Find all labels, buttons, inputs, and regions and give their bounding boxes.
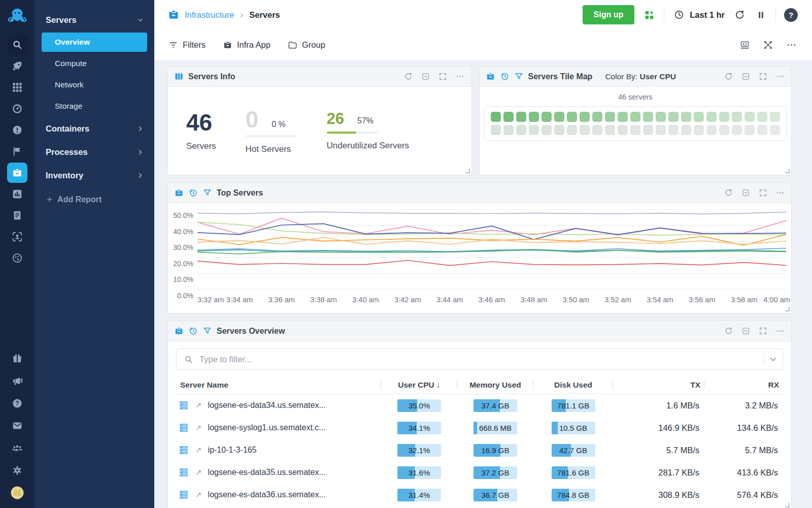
megaphone-icon[interactable] bbox=[7, 371, 27, 391]
server-tile[interactable] bbox=[757, 125, 767, 135]
sidebar-item-network[interactable]: Network bbox=[42, 75, 147, 94]
server-tile[interactable] bbox=[491, 125, 501, 135]
sidebar-item-compute[interactable]: Compute bbox=[42, 54, 147, 73]
server-tile[interactable] bbox=[516, 125, 526, 135]
alert-icon[interactable] bbox=[7, 120, 27, 140]
search-icon[interactable] bbox=[7, 35, 27, 55]
sidebar-section-containers[interactable]: Containers bbox=[35, 117, 154, 140]
server-tile[interactable] bbox=[681, 112, 691, 122]
pause-icon[interactable] bbox=[754, 8, 767, 21]
server-tile[interactable] bbox=[770, 112, 780, 122]
panel-more-icon[interactable] bbox=[775, 188, 785, 198]
server-tile[interactable] bbox=[529, 125, 539, 135]
sign-up-button[interactable]: Sign up bbox=[583, 5, 635, 24]
chevron-down-icon[interactable] bbox=[768, 355, 777, 364]
server-tile[interactable] bbox=[681, 125, 691, 135]
dashboard-gauge-icon[interactable] bbox=[7, 99, 27, 119]
server-tile[interactable] bbox=[567, 112, 577, 122]
team-icon[interactable] bbox=[7, 438, 27, 458]
open-external-icon[interactable]: ↗ bbox=[195, 490, 202, 499]
panel-expand-icon[interactable] bbox=[758, 326, 768, 336]
panel-more-icon[interactable] bbox=[775, 326, 785, 336]
panel-collapse-icon[interactable] bbox=[740, 188, 751, 198]
help-icon[interactable]: ? bbox=[7, 393, 27, 414]
column-header-memory-used[interactable]: Memory Used bbox=[457, 380, 533, 390]
server-name[interactable]: logsene-es-data34.us.sematex... bbox=[208, 401, 326, 410]
rocket-icon[interactable] bbox=[7, 56, 27, 76]
server-tile[interactable] bbox=[542, 125, 552, 135]
group-button[interactable]: Group bbox=[288, 40, 325, 50]
flag-icon[interactable] bbox=[7, 141, 27, 162]
column-header-rx[interactable]: RX bbox=[704, 380, 783, 390]
open-external-icon[interactable]: ↗ bbox=[195, 468, 202, 477]
panel-refresh-icon[interactable] bbox=[723, 188, 733, 198]
table-row[interactable]: ↗ logsene-es-data36.us.sematex... 31.4% … bbox=[176, 484, 783, 506]
server-tile[interactable] bbox=[491, 112, 501, 122]
server-tile[interactable] bbox=[732, 125, 742, 135]
gift-icon[interactable] bbox=[7, 348, 27, 369]
infrastructure-box-icon[interactable] bbox=[7, 163, 27, 183]
history-clock-icon[interactable] bbox=[500, 72, 510, 81]
server-name[interactable]: logsene-syslog1.us.sematext.c... bbox=[208, 423, 326, 432]
funnel-icon[interactable] bbox=[514, 72, 524, 81]
server-tile[interactable] bbox=[694, 112, 704, 122]
column-header-disk-used[interactable]: Disk Used bbox=[533, 380, 613, 390]
table-row[interactable]: ↗ logsene-es-data34.us.sematex... 35.0% … bbox=[176, 394, 783, 417]
breadcrumb-infrastructure[interactable]: Infrastructure bbox=[185, 10, 234, 20]
server-tile[interactable] bbox=[719, 112, 729, 122]
server-tile[interactable] bbox=[706, 125, 717, 135]
panel-collapse-icon[interactable] bbox=[421, 72, 431, 82]
mail-icon[interactable] bbox=[7, 416, 27, 436]
laptop-code-icon[interactable] bbox=[738, 38, 751, 51]
grid-plus-icon[interactable] bbox=[642, 8, 656, 21]
server-tile[interactable] bbox=[529, 112, 539, 122]
filters-button[interactable]: Filters bbox=[168, 40, 206, 50]
sidebar-section-processes[interactable]: Processes bbox=[35, 140, 154, 164]
server-tile[interactable] bbox=[706, 112, 717, 122]
server-name[interactable]: logsene-es-data36.us.sematex... bbox=[208, 490, 326, 499]
fullscreen-arrows-icon[interactable] bbox=[761, 38, 774, 51]
table-row[interactable]: ↗ logsene-es-data35.us.sematex... 31.6% … bbox=[176, 461, 783, 484]
server-tile[interactable] bbox=[643, 112, 653, 122]
open-external-icon[interactable]: ↗ bbox=[195, 423, 202, 432]
server-tile[interactable] bbox=[618, 112, 628, 122]
color-by[interactable]: Color By: User CPU bbox=[605, 72, 676, 81]
column-header-user-cpu[interactable]: User CPU ↓ bbox=[381, 380, 457, 390]
server-tile[interactable] bbox=[605, 125, 615, 135]
panel-collapse-icon[interactable] bbox=[740, 72, 751, 82]
help-icon[interactable]: ? bbox=[784, 8, 798, 22]
time-range-picker[interactable]: Last 1 hr bbox=[672, 8, 725, 21]
infra-app-button[interactable]: Infra App bbox=[223, 40, 270, 50]
panel-expand-icon[interactable] bbox=[438, 72, 448, 82]
funnel-icon[interactable] bbox=[202, 188, 212, 198]
refresh-icon[interactable] bbox=[733, 8, 746, 21]
table-row[interactable]: ↗ logsene-syslog1.us.sematext.c... 34.1%… bbox=[176, 417, 783, 439]
add-report-button[interactable]: + Add Report bbox=[35, 187, 154, 205]
server-tile[interactable] bbox=[656, 112, 666, 122]
report-doc-icon[interactable] bbox=[7, 205, 27, 226]
filter-input[interactable] bbox=[193, 355, 764, 364]
server-tile[interactable] bbox=[503, 125, 514, 135]
server-tile[interactable] bbox=[656, 125, 666, 135]
server-tile[interactable] bbox=[668, 125, 679, 135]
server-tile[interactable] bbox=[580, 125, 590, 135]
server-tile[interactable] bbox=[542, 112, 552, 122]
bar-chart-icon[interactable] bbox=[7, 184, 27, 204]
sidebar-section-inventory[interactable]: Inventory bbox=[35, 164, 154, 187]
server-tile[interactable] bbox=[745, 125, 755, 135]
panel-expand-icon[interactable] bbox=[758, 188, 768, 198]
open-external-icon[interactable]: ↗ bbox=[195, 446, 202, 455]
panel-expand-icon[interactable] bbox=[758, 72, 768, 82]
sidebar-item-overview[interactable]: Overview bbox=[42, 33, 147, 52]
sidebar-item-storage[interactable]: Storage bbox=[42, 97, 147, 116]
server-tile[interactable] bbox=[745, 112, 755, 122]
panel-refresh-icon[interactable] bbox=[403, 72, 414, 82]
server-name[interactable]: logsene-es-data35.us.sematex... bbox=[208, 468, 326, 477]
server-tile[interactable] bbox=[554, 112, 564, 122]
server-tile[interactable] bbox=[592, 112, 602, 122]
history-clock-icon[interactable] bbox=[188, 326, 198, 336]
server-tile[interactable] bbox=[694, 125, 704, 135]
server-tile[interactable] bbox=[630, 112, 640, 122]
gear-icon[interactable] bbox=[7, 460, 27, 481]
panel-collapse-icon[interactable] bbox=[740, 326, 751, 336]
